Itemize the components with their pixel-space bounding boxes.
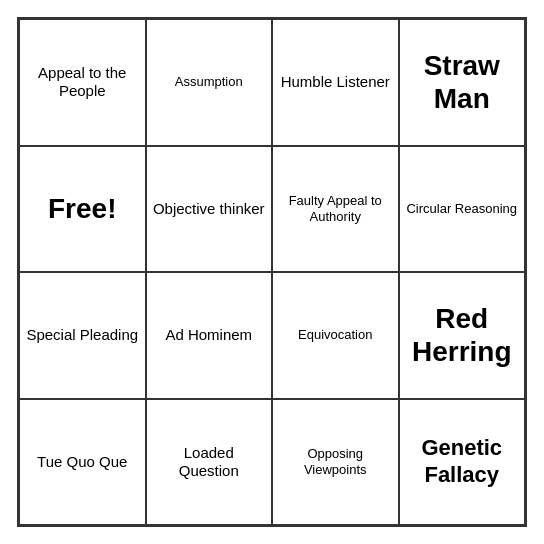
cell-label-r3c1: Loaded Question bbox=[153, 444, 266, 480]
cell-r3c1: Loaded Question bbox=[146, 399, 273, 526]
cell-r3c0: Tue Quo Que bbox=[19, 399, 146, 526]
cell-label-r1c2: Faulty Appeal to Authority bbox=[279, 193, 392, 224]
cell-label-r2c1: Ad Hominem bbox=[165, 326, 252, 344]
cell-r0c2: Humble Listener bbox=[272, 19, 399, 146]
cell-r3c2: Opposing Viewpoints bbox=[272, 399, 399, 526]
cell-label-r0c3: Straw Man bbox=[406, 49, 519, 116]
cell-r1c3: Circular Reasoning bbox=[399, 146, 526, 273]
cell-r0c1: Assumption bbox=[146, 19, 273, 146]
cell-label-r2c0: Special Pleading bbox=[26, 326, 138, 344]
cell-r1c0: Free! bbox=[19, 146, 146, 273]
cell-r2c2: Equivocation bbox=[272, 272, 399, 399]
cell-r1c1: Objective thinker bbox=[146, 146, 273, 273]
cell-label-r1c3: Circular Reasoning bbox=[406, 201, 517, 217]
bingo-card: Appeal to the PeopleAssumptionHumble Lis… bbox=[17, 17, 527, 527]
cell-label-r2c2: Equivocation bbox=[298, 327, 372, 343]
cell-label-r0c1: Assumption bbox=[175, 74, 243, 90]
cell-label-r2c3: Red Herring bbox=[406, 302, 519, 369]
cell-label-r1c1: Objective thinker bbox=[153, 200, 265, 218]
cell-label-r1c0: Free! bbox=[48, 192, 116, 226]
cell-r2c1: Ad Hominem bbox=[146, 272, 273, 399]
cell-label-r3c3: Genetic Fallacy bbox=[406, 435, 519, 488]
cell-r0c3: Straw Man bbox=[399, 19, 526, 146]
cell-label-r0c0: Appeal to the People bbox=[26, 64, 139, 100]
cell-label-r3c2: Opposing Viewpoints bbox=[279, 446, 392, 477]
cell-r2c3: Red Herring bbox=[399, 272, 526, 399]
cell-r0c0: Appeal to the People bbox=[19, 19, 146, 146]
cell-r2c0: Special Pleading bbox=[19, 272, 146, 399]
cell-label-r0c2: Humble Listener bbox=[281, 73, 390, 91]
cell-r3c3: Genetic Fallacy bbox=[399, 399, 526, 526]
cell-label-r3c0: Tue Quo Que bbox=[37, 453, 127, 471]
cell-r1c2: Faulty Appeal to Authority bbox=[272, 146, 399, 273]
